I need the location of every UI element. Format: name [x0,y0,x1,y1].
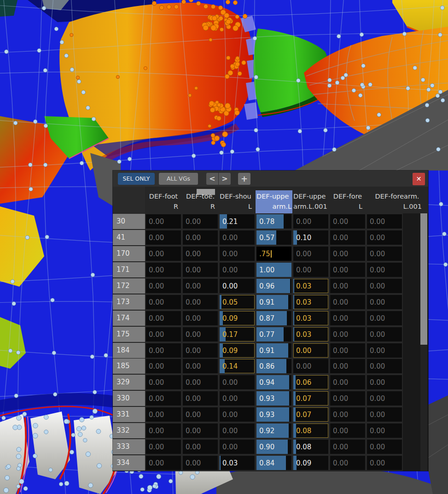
weight-cell[interactable]: 0.00 [293,263,328,277]
vertical-scrollbar[interactable] [420,213,427,471]
weight-cell[interactable]: 0.03 [293,279,328,293]
next-group-button[interactable]: > [219,173,231,185]
weight-cell[interactable]: 0.00 [146,295,181,309]
weight-cell[interactable]: 0.00 [330,247,365,261]
weight-cell[interactable]: 0.00 [146,359,181,373]
weight-cell[interactable]: 0.87 [256,311,291,325]
weight-cell[interactable]: 0.00 [330,214,365,229]
weight-cell[interactable]: 0.00 [220,423,255,438]
vertical-scrollbar-thumb[interactable] [420,213,427,345]
weight-cell[interactable]: 0.00 [183,327,218,341]
row-index[interactable]: 333 [113,439,145,454]
weight-cell[interactable]: 0.00 [367,214,402,229]
weight-cell[interactable]: 0.00 [330,375,365,389]
row-index[interactable]: 184 [113,343,145,358]
weight-cell[interactable]: 0.00 [330,391,365,406]
weight-cell[interactable]: 0.91 [256,343,291,358]
weight-cell[interactable]: 0.00 [146,327,181,341]
column-header[interactable]: DEF-shouL [219,187,256,213]
row-index[interactable]: 330 [113,391,145,406]
weight-cell[interactable]: 0.00 [183,359,218,373]
weight-cell[interactable]: 0.00 [293,343,328,358]
weight-cell[interactable]: 0.90 [256,440,291,454]
row-index[interactable]: 331 [113,407,145,422]
column-header[interactable]: DEF-foreL [329,187,366,213]
weight-cell[interactable]: 0.09 [293,456,328,470]
weight-cell[interactable]: 0.00 [220,279,255,293]
row-index[interactable]: 30 [113,214,145,229]
weight-cell[interactable]: 0.00 [367,359,402,373]
weight-cell[interactable]: 0.00 [367,423,402,438]
row-index[interactable]: 171 [113,262,145,277]
row-index[interactable]: 172 [113,278,145,294]
weight-cell[interactable]: 0.00 [330,311,365,325]
weight-cell[interactable]: 0.14 [220,359,255,373]
weight-cell[interactable]: 0.96 [256,279,291,293]
weight-cell[interactable]: 0.10 [293,230,328,245]
weight-cell[interactable]: 0.00 [367,263,402,277]
weight-cell[interactable]: 1.00 [256,263,291,277]
row-index[interactable]: 332 [113,423,145,438]
row-index[interactable]: 329 [113,375,145,390]
weight-cell[interactable]: 0.77 [256,327,291,341]
add-group-button[interactable]: + [238,173,250,185]
column-header[interactable]: DEF-uppearm.L.001 [292,187,329,213]
row-index[interactable]: 173 [113,294,145,310]
weight-cell[interactable]: 0.00 [367,230,402,245]
row-index[interactable]: 170 [113,246,145,261]
weight-cell[interactable]: 0.00 [183,214,218,229]
weight-cell[interactable]: 0.00 [367,247,402,261]
weight-cell[interactable]: 0.00 [146,407,181,422]
weight-cell[interactable]: 0.00 [330,456,365,470]
column-header[interactable]: DEF-footR [145,187,182,213]
weight-cell[interactable]: 0.00 [220,375,255,389]
weight-cell[interactable]: 0.91 [256,295,291,309]
weight-cell[interactable]: 0.57 [256,230,291,245]
row-index[interactable]: 175 [113,327,145,342]
weight-cell[interactable]: 0.00 [146,440,181,454]
weight-cell[interactable]: 0.00 [330,295,365,309]
weight-cell[interactable]: 0.00 [220,247,255,261]
weight-cell[interactable]: 0.00 [220,440,255,454]
column-header[interactable]: DEF-uppearm.L [256,187,292,213]
weight-cell[interactable]: 0.00 [146,214,181,229]
weight-cell[interactable]: 0.00 [183,263,218,277]
weight-cell[interactable]: 0.00 [293,247,328,261]
weight-cell[interactable]: 0.00 [220,263,255,277]
weight-cell[interactable]: 0.00 [367,279,402,293]
weight-cell[interactable]: 0.00 [367,343,402,358]
weight-cell[interactable]: 0.00 [146,230,181,245]
weight-cell[interactable]: .75 [256,247,291,261]
weight-cell[interactable]: 0.00 [367,375,402,389]
weight-cell[interactable]: 0.00 [330,423,365,438]
weight-cell[interactable]: 0.93 [256,391,291,406]
weight-cell[interactable]: 0.00 [330,279,365,293]
weight-cell[interactable]: 0.00 [220,407,255,422]
weight-cell[interactable]: 0.00 [367,407,402,422]
weight-cell[interactable]: 0.08 [293,440,328,454]
weight-cell[interactable]: 0.00 [183,311,218,325]
weight-cell[interactable]: 0.00 [367,391,402,406]
row-index[interactable]: 334 [113,455,145,470]
all-vgs-button[interactable]: ALL VGs [159,173,198,185]
weight-cell[interactable]: 0.21 [220,214,255,229]
weight-cell[interactable]: 0.00 [146,391,181,406]
weight-cell[interactable]: 0.00 [183,423,218,438]
weight-cell[interactable]: 0.00 [367,327,402,341]
column-header[interactable]: DEF-toe.R [182,187,219,213]
weight-cell[interactable]: 0.00 [183,391,218,406]
weight-cell[interactable]: 0.00 [146,263,181,277]
weight-cell[interactable]: 0.03 [293,327,328,341]
weight-cell[interactable]: 0.00 [183,456,218,470]
weight-cell[interactable]: 0.92 [256,423,291,438]
weight-cell[interactable]: 0.00 [146,247,181,261]
weight-cell[interactable]: 0.00 [183,375,218,389]
row-index[interactable]: 41 [113,230,145,245]
weight-cell[interactable]: 0.84 [256,456,291,470]
weight-cell[interactable]: 0.00 [146,375,181,389]
weight-cell[interactable]: 0.00 [367,295,402,309]
weight-cell[interactable]: 0.86 [256,359,291,373]
weight-cell[interactable]: 0.00 [293,214,328,229]
close-button[interactable]: ✕ [413,173,425,185]
weight-cell[interactable]: 0.09 [220,311,255,325]
